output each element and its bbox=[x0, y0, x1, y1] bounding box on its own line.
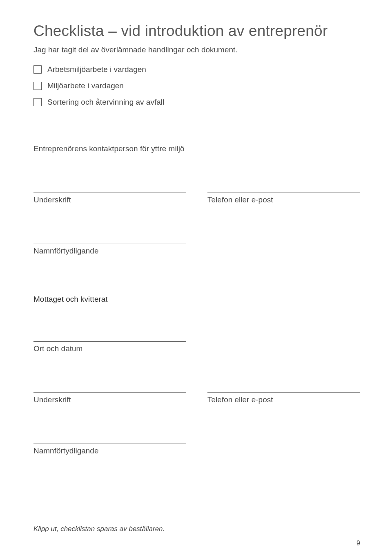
checklist-item: Arbetsmiljöarbete i vardagen bbox=[33, 65, 360, 74]
name-clarify-row-2: Namnförtydligande bbox=[33, 444, 360, 455]
signature-input[interactable] bbox=[33, 193, 186, 193]
checkbox-icon[interactable] bbox=[33, 98, 42, 106]
ort-datum-row: Ort och datum bbox=[33, 341, 360, 353]
page-number: 9 bbox=[356, 540, 360, 547]
name-clarify-label: Namnförtydligande bbox=[33, 247, 186, 256]
checkbox-icon[interactable] bbox=[33, 82, 42, 90]
page-title: Checklista – vid introduktion av entrepr… bbox=[33, 22, 360, 40]
signature-row-1: Underskrift Telefon eller e-post bbox=[33, 193, 360, 204]
name-clarify-input-2[interactable] bbox=[33, 444, 186, 444]
checkbox-icon[interactable] bbox=[33, 65, 42, 74]
ort-datum-input[interactable] bbox=[33, 341, 186, 342]
checklist-item: Sortering och återvinning av avfall bbox=[33, 98, 360, 107]
subheading: Jag har tagit del av överlämnade handlin… bbox=[33, 45, 360, 54]
name-clarify-input[interactable] bbox=[33, 244, 186, 244]
received-heading: Mottaget och kvitterat bbox=[33, 295, 360, 304]
signature-input-2[interactable] bbox=[33, 392, 186, 393]
checklist-group: Arbetsmiljöarbete i vardagen Miljöarbete… bbox=[33, 65, 360, 107]
signature-label: Underskrift bbox=[33, 195, 186, 204]
checklist-label: Miljöarbete i vardagen bbox=[47, 81, 124, 90]
checklist-label: Sortering och återvinning av avfall bbox=[47, 98, 164, 107]
ort-datum-label: Ort och datum bbox=[33, 344, 186, 353]
footnote: Klipp ut, checklistan sparas av beställa… bbox=[33, 525, 165, 533]
name-clarify-row-1: Namnförtydligande bbox=[33, 244, 360, 256]
name-clarify-label-2: Namnförtydligande bbox=[33, 446, 186, 455]
contact-heading: Entreprenörens kontaktperson för yttre m… bbox=[33, 144, 360, 153]
checklist-label: Arbetsmiljöarbete i vardagen bbox=[47, 65, 146, 74]
signature-row-2: Underskrift Telefon eller e-post bbox=[33, 392, 360, 404]
contact-input-2[interactable] bbox=[207, 392, 360, 393]
signature-label-2: Underskrift bbox=[33, 395, 186, 404]
contact-label-2: Telefon eller e-post bbox=[207, 395, 360, 404]
contact-input[interactable] bbox=[207, 193, 360, 193]
checklist-item: Miljöarbete i vardagen bbox=[33, 81, 360, 90]
contact-label: Telefon eller e-post bbox=[207, 195, 360, 204]
